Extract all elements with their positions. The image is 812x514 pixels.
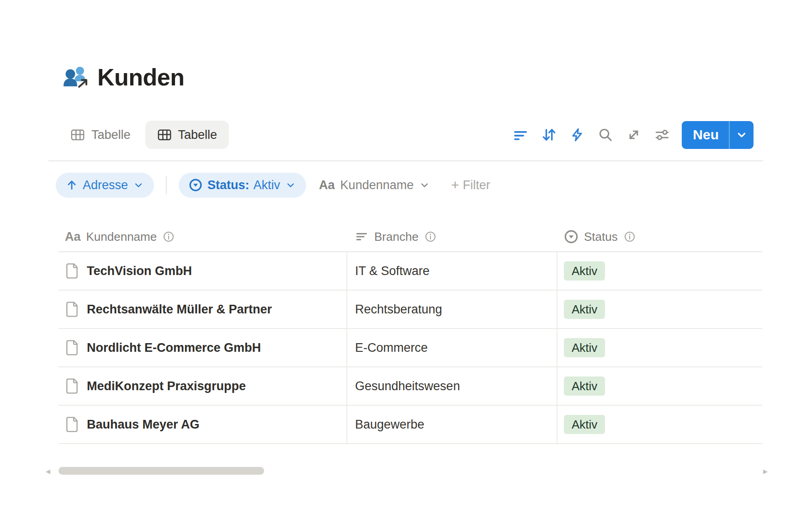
scrollbar-thumb[interactable]	[58, 467, 264, 475]
chevron-down-icon	[736, 129, 748, 141]
page: Kunden Tabelle Tabelle	[0, 0, 812, 514]
chevron-down-icon	[133, 180, 144, 191]
page-title: Kunden	[97, 64, 185, 91]
filter-bar-separator	[166, 176, 167, 194]
column-header-kundenname[interactable]: Aa Kundenname	[58, 230, 347, 244]
sort-chip-adresse[interactable]: Adresse	[56, 173, 154, 198]
row-branche[interactable]: Rechtsberatung	[355, 302, 442, 317]
new-button[interactable]: Neu	[682, 121, 729, 149]
row-branche[interactable]: Baugewerbe	[355, 418, 425, 432]
column-label: Kundenname	[86, 230, 157, 244]
column-header-branche[interactable]: Branche	[347, 230, 557, 244]
table-row[interactable]: MediKonzept Praxisgruppe Gesundheitswese…	[58, 367, 762, 406]
new-button-group: Neu	[682, 121, 754, 149]
scroll-left-arrow-icon[interactable]: ◂	[46, 467, 50, 475]
table-row[interactable]: TechVision GmbH IT & Software Aktiv	[58, 252, 762, 291]
tab-tabelle-1[interactable]: Tabelle	[58, 121, 143, 149]
horizontal-scrollbar: ◂ ▸	[46, 466, 768, 476]
row-branche[interactable]: Gesundheitswesen	[355, 379, 460, 393]
filter-icon[interactable]	[506, 124, 535, 145]
select-circle-icon	[564, 229, 578, 244]
column-label: Branche	[374, 230, 419, 244]
view-toolbar: Neu	[506, 121, 754, 149]
sort-icon[interactable]	[535, 124, 563, 145]
search-icon[interactable]	[591, 124, 620, 145]
view-settings-sliders-icon[interactable]	[648, 124, 676, 145]
filter-bar: Adresse Status: Aktiv Aa Kundenname	[56, 172, 490, 198]
column-header-status[interactable]: Status	[557, 229, 762, 244]
status-badge[interactable]: Aktiv	[564, 300, 605, 319]
status-chip-property: Status:	[207, 178, 249, 192]
page-header: Kunden	[62, 63, 185, 91]
chevron-down-icon	[419, 180, 430, 191]
page-icon	[65, 378, 80, 394]
page-icon	[65, 339, 80, 356]
view-tab-bar: Tabelle Tabelle	[58, 120, 754, 150]
status-badge[interactable]: Aktiv	[564, 376, 605, 396]
page-icon	[65, 263, 80, 279]
row-name[interactable]: Bauhaus Meyer AG	[87, 418, 200, 432]
table-row[interactable]: Nordlicht E-Commerce GmbH E-Commerce Akt…	[58, 329, 762, 367]
chevron-down-icon	[285, 180, 296, 191]
select-circle-icon	[189, 178, 202, 192]
tab-label: Tabelle	[178, 128, 218, 142]
page-icon	[65, 301, 80, 318]
info-icon[interactable]	[623, 230, 636, 243]
tab-label: Tabelle	[91, 128, 131, 142]
status-badge[interactable]: Aktiv	[564, 261, 605, 281]
row-name[interactable]: MediKonzept Praxisgruppe	[87, 379, 246, 393]
add-filter-button[interactable]: + Filter	[451, 178, 490, 192]
page-icon	[65, 416, 80, 433]
table-row[interactable]: Bauhaus Meyer AG Baugewerbe Aktiv	[58, 406, 762, 444]
status-badge[interactable]: Aktiv	[564, 338, 605, 358]
row-name[interactable]: Rechtsanwälte Müller & Partner	[87, 302, 272, 317]
row-branche[interactable]: IT & Software	[355, 264, 430, 278]
new-button-label: Neu	[693, 127, 719, 143]
row-name[interactable]: Nordlicht E-Commerce GmbH	[87, 341, 261, 355]
info-icon[interactable]	[424, 230, 437, 243]
status-chip-value: Aktiv	[254, 178, 281, 192]
automation-lightning-icon[interactable]	[563, 124, 591, 145]
add-filter-label: Filter	[463, 178, 490, 192]
tab-tabelle-2[interactable]: Tabelle	[145, 121, 229, 149]
database-table: Aa Kundenname Branche	[58, 222, 762, 444]
sort-chip-label: Adresse	[83, 178, 128, 192]
info-icon[interactable]	[162, 230, 175, 243]
table-row[interactable]: Rechtsanwälte Müller & Partner Rechtsber…	[58, 291, 762, 329]
expand-icon[interactable]	[620, 124, 648, 145]
plus-icon: +	[451, 178, 459, 192]
status-badge[interactable]: Aktiv	[564, 415, 605, 435]
table-view-icon	[157, 127, 172, 142]
row-name[interactable]: TechVision GmbH	[87, 264, 192, 278]
scroll-right-arrow-icon[interactable]: ▸	[763, 467, 768, 475]
status-filter-chip[interactable]: Status: Aktiv	[179, 173, 306, 198]
table-view-icon	[70, 127, 85, 142]
list-lines-icon	[355, 230, 369, 244]
row-branche[interactable]: E-Commerce	[355, 341, 428, 355]
arrow-up-icon	[66, 179, 78, 191]
property-button-label: Kundenname	[340, 178, 414, 192]
customers-people-icon	[62, 63, 90, 91]
table-header-row: Aa Kundenname Branche	[58, 222, 762, 252]
new-button-caret[interactable]	[730, 121, 754, 149]
property-button-kundenname[interactable]: Aa Kundenname	[319, 178, 430, 192]
text-property-icon: Aa	[65, 230, 81, 244]
toolbar-divider	[48, 160, 763, 161]
text-property-icon: Aa	[319, 178, 335, 192]
column-label: Status	[584, 230, 618, 244]
